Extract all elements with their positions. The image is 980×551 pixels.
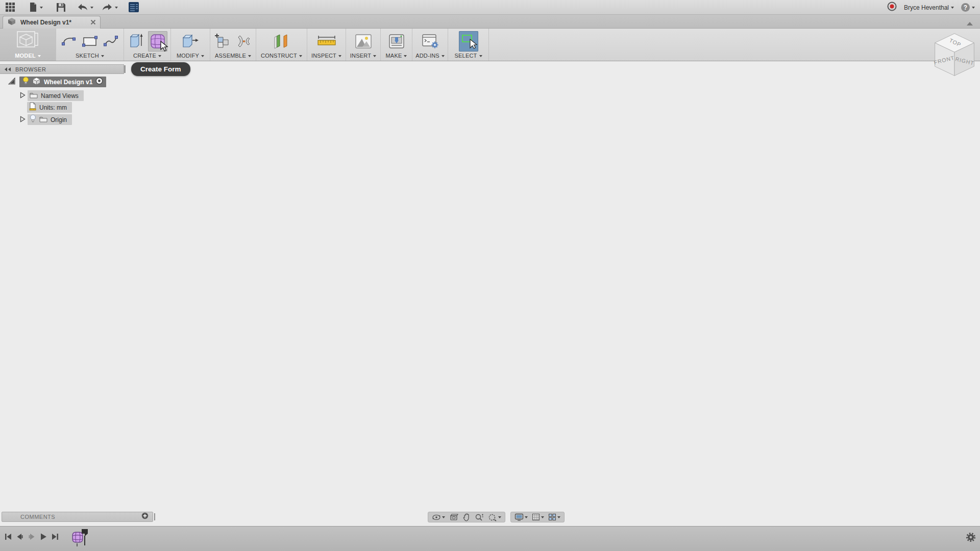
origin-chip[interactable]: Origin	[28, 114, 72, 125]
joint-icon[interactable]	[235, 31, 253, 52]
timeline-bar	[0, 526, 980, 551]
zoom-window-icon[interactable]	[486, 512, 503, 522]
workspace-label: MODEL	[15, 53, 36, 59]
look-at-icon[interactable]	[448, 512, 460, 522]
comments-resize-handle[interactable]	[154, 513, 155, 520]
browser-collapse-icon[interactable]	[4, 65, 11, 74]
viewports-icon[interactable]	[547, 512, 562, 522]
press-pull-icon[interactable]	[180, 31, 201, 52]
select-tool-icon[interactable]	[459, 31, 478, 52]
units-document-icon	[29, 102, 36, 113]
orbit-caret-icon[interactable]	[442, 516, 445, 520]
step-back-icon[interactable]	[16, 533, 24, 541]
insert-menu[interactable]: INSERT	[350, 53, 376, 61]
file-menu-icon[interactable]	[29, 2, 43, 13]
grid-caret-icon[interactable]	[541, 516, 544, 520]
lightbulb-off-icon[interactable]	[30, 114, 36, 125]
select-menu[interactable]: SELECT	[455, 53, 482, 61]
zoom-window-caret-icon[interactable]	[498, 516, 501, 520]
sketch-rectangle-icon[interactable]	[81, 31, 99, 52]
extrude-icon[interactable]	[128, 31, 145, 52]
new-component-icon[interactable]	[213, 31, 232, 52]
modify-caret-icon	[201, 55, 204, 59]
help-caret-icon	[972, 7, 975, 10]
document-cube-icon	[7, 17, 16, 28]
view-cube[interactable]: TOP FRONT RIGHT	[930, 31, 979, 80]
help-menu[interactable]: ?	[961, 3, 975, 12]
lightbulb-on-icon[interactable]	[22, 77, 29, 87]
playback-controls	[4, 533, 59, 541]
create-menu[interactable]: CREATE	[133, 53, 161, 61]
make-menu[interactable]: MAKE	[386, 53, 407, 61]
app-grid-icon[interactable]	[5, 2, 15, 13]
timeline-settings-gear-icon[interactable]	[966, 532, 976, 544]
display-toolbar	[510, 512, 565, 522]
construct-caret-icon	[299, 55, 302, 59]
collapsed-arrow-icon[interactable]	[20, 91, 26, 101]
assemble-menu[interactable]: ASSEMBLE	[215, 53, 251, 61]
undo-caret-icon	[90, 7, 93, 10]
collapse-toolbar-chevron-icon[interactable]	[967, 19, 973, 26]
undo-icon[interactable]	[77, 2, 93, 13]
addins-menu[interactable]: ADD-INS	[415, 53, 445, 61]
collapsed-arrow-icon[interactable]	[20, 115, 26, 124]
modify-menu[interactable]: MODIFY	[177, 53, 204, 61]
activate-component-icon[interactable]	[95, 77, 103, 87]
go-to-end-icon[interactable]	[51, 533, 59, 541]
redo-caret-icon	[115, 7, 118, 10]
units-chip[interactable]: Units: mm	[27, 102, 72, 113]
sketch-spline-icon[interactable]	[102, 31, 119, 52]
create-caret-icon	[158, 55, 161, 59]
insert-image-icon[interactable]	[353, 31, 374, 52]
help-icon: ?	[961, 3, 970, 12]
tree-row-named-views[interactable]: Named Views	[20, 90, 84, 101]
sketch-arc-icon[interactable]	[60, 31, 78, 52]
named-views-chip[interactable]: Named Views	[28, 90, 84, 101]
sketch-menu[interactable]: SKETCH	[76, 53, 104, 61]
tree-row-origin[interactable]: Origin	[20, 114, 72, 125]
browser-header[interactable]: BROWSER	[0, 64, 124, 74]
orbit-icon[interactable]	[430, 512, 447, 522]
timeline-position-marker[interactable]	[81, 529, 88, 548]
root-node-chip[interactable]: Wheel Design v1	[19, 77, 106, 87]
data-panel-icon[interactable]	[128, 2, 139, 13]
pan-icon[interactable]	[461, 512, 472, 522]
tree-row-units[interactable]: Units: mm	[27, 102, 72, 113]
timeline-tick	[77, 543, 78, 546]
account-name: Bryce Heventhal	[904, 4, 949, 11]
sketch-caret-icon	[101, 55, 104, 59]
inspect-menu[interactable]: INSPECT	[311, 53, 341, 61]
make-3d-print-icon[interactable]	[386, 31, 407, 52]
account-menu[interactable]: Bryce Heventhal	[904, 4, 954, 11]
inspect-group: INSPECT	[307, 29, 346, 61]
viewports-caret-icon[interactable]	[557, 516, 560, 520]
construct-menu[interactable]: CONSTRUCT	[261, 53, 302, 61]
document-tab-title: Wheel Design v1*	[20, 19, 90, 26]
display-settings-icon[interactable]	[513, 512, 529, 522]
construction-plane-icon[interactable]	[272, 31, 292, 52]
redo-icon[interactable]	[102, 2, 118, 13]
insert-group: INSERT	[346, 29, 381, 61]
browser-resize-handle[interactable]	[124, 65, 126, 73]
layout-grid-icon[interactable]	[530, 512, 546, 522]
make-caret-icon	[404, 55, 407, 59]
comments-bar[interactable]: COMMENTS	[2, 512, 153, 522]
addins-scripts-icon[interactable]	[420, 31, 441, 52]
go-to-start-icon[interactable]	[4, 533, 12, 541]
folder-icon	[39, 115, 47, 124]
tree-row-root[interactable]: Wheel Design v1	[8, 77, 106, 87]
measure-icon[interactable]	[315, 31, 338, 52]
zoom-icon[interactable]	[473, 512, 485, 522]
tab-close-icon[interactable]	[90, 18, 96, 27]
add-comment-icon[interactable]	[141, 512, 149, 521]
save-icon[interactable]	[56, 2, 66, 13]
record-icon[interactable]	[887, 2, 897, 13]
play-icon[interactable]	[39, 533, 47, 541]
step-forward-icon[interactable]	[28, 533, 36, 541]
expand-arrow-icon[interactable]	[8, 78, 15, 87]
named-views-label: Named Views	[41, 92, 79, 99]
workspace-selector[interactable]: MODEL	[0, 29, 56, 61]
account-caret-icon	[951, 7, 954, 10]
document-tab[interactable]: Wheel Design v1*	[3, 16, 101, 29]
display-caret-icon[interactable]	[525, 516, 528, 520]
